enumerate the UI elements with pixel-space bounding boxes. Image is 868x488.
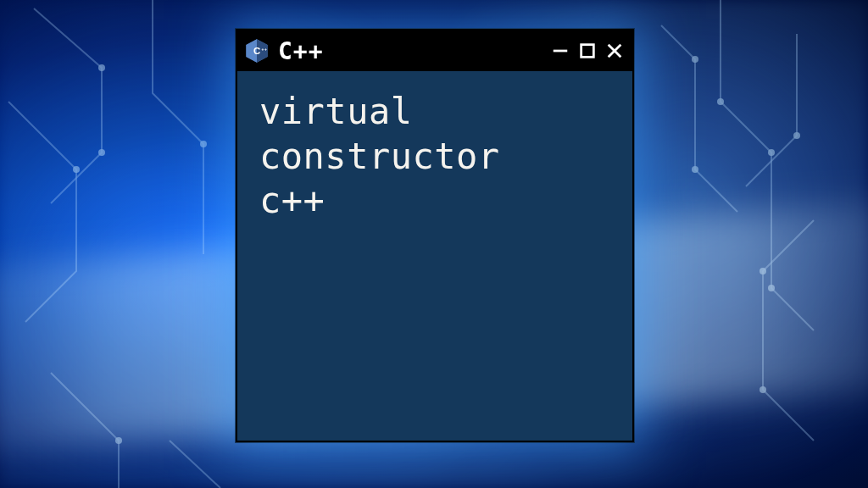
cpp-logo-icon: C + +	[244, 38, 270, 64]
window-title: C++	[278, 37, 324, 65]
svg-point-3	[73, 166, 80, 173]
titlebar[interactable]: C + + C++	[237, 30, 632, 71]
minimize-button[interactable]	[551, 42, 570, 60]
svg-point-5	[768, 149, 775, 156]
svg-point-4	[717, 98, 724, 105]
maximize-button[interactable]	[578, 42, 597, 60]
window-content: virtual constructor c++	[237, 71, 632, 441]
svg-point-8	[692, 166, 698, 173]
maximize-icon	[578, 42, 597, 60]
svg-point-7	[692, 56, 698, 63]
svg-point-2	[200, 141, 207, 147]
minimize-icon	[551, 42, 570, 60]
svg-text:+: +	[261, 47, 264, 52]
code-text: virtual constructor c++	[259, 90, 610, 224]
svg-point-1	[98, 149, 105, 156]
close-icon	[605, 42, 624, 60]
svg-point-0	[98, 64, 105, 71]
window-controls	[551, 42, 624, 60]
svg-point-9	[793, 132, 800, 139]
svg-text:+: +	[264, 47, 267, 52]
terminal-window: C + + C++ virtual constructor c++	[236, 29, 634, 442]
svg-text:C: C	[253, 46, 260, 56]
svg-rect-20	[581, 45, 594, 58]
close-button[interactable]	[605, 42, 624, 60]
